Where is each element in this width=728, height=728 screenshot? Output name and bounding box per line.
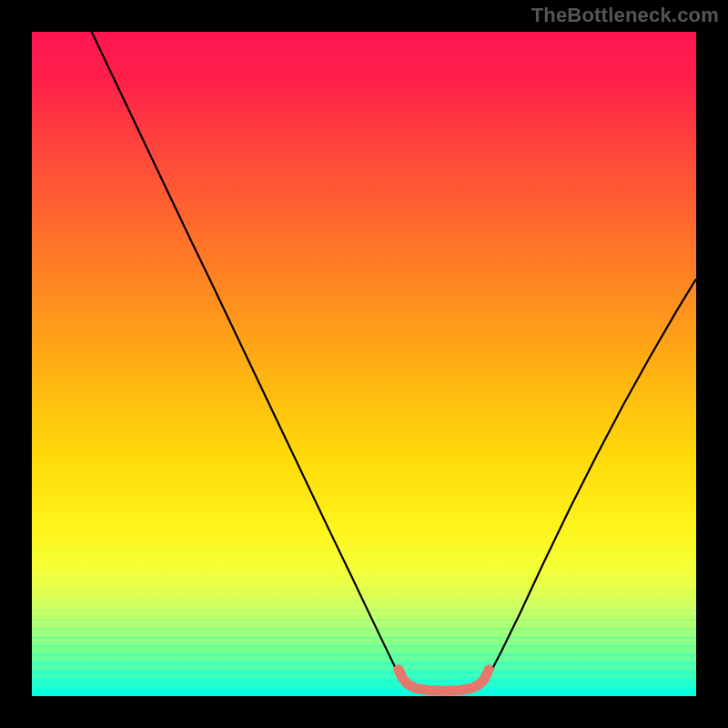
- chart-frame: TheBottleneck.com: [0, 0, 728, 728]
- watermark-text: TheBottleneck.com: [531, 4, 719, 27]
- plot-area: [32, 32, 696, 696]
- gradient-background: [32, 32, 696, 696]
